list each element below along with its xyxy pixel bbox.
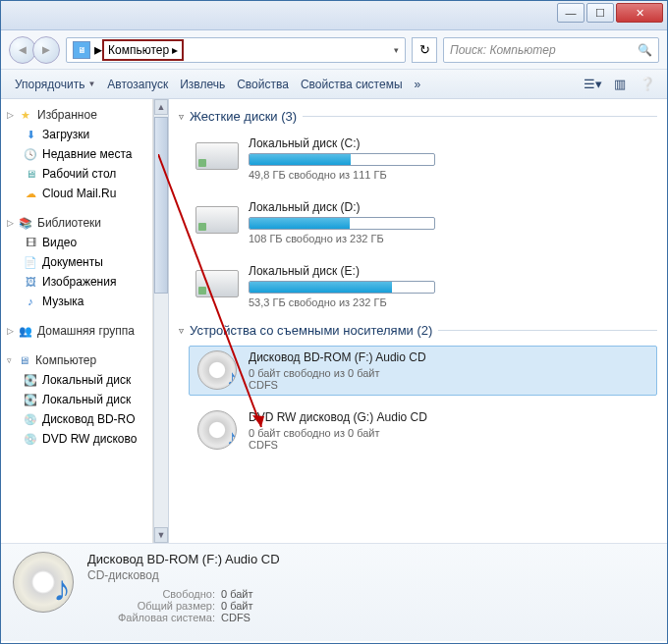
properties-button[interactable]: Свойства xyxy=(231,75,295,94)
drive-hdd-2[interactable]: Локальный диск (E:)53,3 ГБ свободно из 2… xyxy=(189,259,657,313)
tree-icon: 🖥 xyxy=(23,166,38,182)
drive-fs: CDFS xyxy=(249,439,652,451)
forward-button[interactable]: ► xyxy=(32,36,60,64)
nav-row: ◄ ► 🖥 ▸ Компьютер ▸ ▾ ↻ Поиск: Компьютер… xyxy=(1,30,667,70)
search-icon: 🔍 xyxy=(638,43,652,57)
sidebar-comp-item-1[interactable]: 💽Локальный диск xyxy=(3,390,150,409)
details-title: Дисковод BD-ROM (F:) Audio CD xyxy=(87,552,280,566)
drive-sub: 108 ГБ свободно из 232 ГБ xyxy=(249,233,652,244)
tree-icon: ⬇ xyxy=(23,127,38,142)
sidebar-comp-item-3[interactable]: 💿DVD RW дисково xyxy=(3,429,150,449)
category-removable[interactable]: ▿Устройства со съемными носителями (2) xyxy=(179,323,657,338)
music-note-icon: ♪ xyxy=(227,425,237,450)
tree-icon: 💿 xyxy=(23,431,38,447)
chevron-down-icon: ▼ xyxy=(87,80,95,88)
toolbar-overflow[interactable]: » xyxy=(409,75,427,94)
drive-sub: 53,3 ГБ свободно из 232 ГБ xyxy=(249,296,652,308)
sidebar-favorites-header[interactable]: ▷★Избранное xyxy=(3,105,150,125)
sidebar-lib-item-3[interactable]: ♪Музыка xyxy=(3,292,150,311)
toolbar: Упорядочить▼ Автозапуск Извлечь Свойства… xyxy=(1,70,667,99)
drive-usage-bar xyxy=(249,153,435,166)
drive-removable-1[interactable]: ♪DVD RW дисковод (G:) Audio CD0 байт сво… xyxy=(189,405,657,456)
drive-sub: 0 байт свободно из 0 байт xyxy=(249,367,652,379)
drive-hdd-0[interactable]: Локальный диск (C:)49,8 ГБ свободно из 1… xyxy=(189,132,657,186)
category-hdd[interactable]: ▿Жесткие диски (3) xyxy=(179,109,657,124)
drive-title: Локальный диск (D:) xyxy=(249,200,652,214)
sidebar: ▷★Избранное ⬇Загрузки🕓Недавние места🖥Раб… xyxy=(1,99,153,543)
drive-sub: 49,8 ГБ свободно из 111 ГБ xyxy=(249,169,652,181)
sidebar-libraries-header[interactable]: ▷📚Библиотеки xyxy=(3,213,150,233)
drive-fs: CDFS xyxy=(249,379,652,391)
sidebar-comp-item-2[interactable]: 💿Дисковод BD-RO xyxy=(3,409,150,429)
close-button[interactable]: ✕ xyxy=(616,3,663,23)
system-properties-button[interactable]: Свойства системы xyxy=(295,75,409,94)
drive-title: Дисковод BD-ROM (F:) Audio CD xyxy=(249,350,652,364)
sidebar-fav-item-2[interactable]: 🖥Рабочий стол xyxy=(3,164,150,184)
preview-pane-button[interactable]: ▥ xyxy=(608,73,632,96)
sidebar-homegroup[interactable]: ▷👥Домашняя группа xyxy=(3,321,150,341)
tree-icon: 🎞 xyxy=(23,235,38,250)
hdd-icon xyxy=(194,136,241,176)
scroll-up[interactable]: ▲ xyxy=(154,99,168,115)
sidebar-fav-item-1[interactable]: 🕓Недавние места xyxy=(3,144,150,164)
chevron-right-icon: ▸ xyxy=(172,43,178,57)
details-pane: ♪ Дисковод BD-ROM (F:) Audio CD CD-диско… xyxy=(1,543,667,641)
minimize-button[interactable]: — xyxy=(557,3,584,23)
tree-icon: 💽 xyxy=(23,372,38,388)
tree-icon: ♪ xyxy=(23,294,38,309)
drive-sub: 0 байт свободно из 0 байт xyxy=(249,427,652,439)
sidebar-lib-item-1[interactable]: 📄Документы xyxy=(3,252,150,272)
tree-icon: ☁ xyxy=(23,186,38,201)
organize-button[interactable]: Упорядочить▼ xyxy=(9,75,101,94)
extract-button[interactable]: Извлечь xyxy=(174,75,231,94)
music-note-icon: ♪ xyxy=(53,568,71,610)
maximize-button[interactable]: ☐ xyxy=(586,3,614,23)
view-button[interactable]: ☰▾ xyxy=(581,73,604,96)
address-dropdown[interactable]: ▾ xyxy=(390,45,403,55)
address-bar[interactable]: 🖥 ▸ Компьютер ▸ ▾ xyxy=(66,37,406,63)
homegroup-icon: 👥 xyxy=(18,323,33,339)
details-row-2: Файловая система:CDFS xyxy=(87,612,280,623)
drive-title: Локальный диск (C:) xyxy=(249,136,652,150)
address-segment-highlighted[interactable]: Компьютер ▸ xyxy=(102,39,184,61)
search-input[interactable]: Поиск: Компьютер 🔍 xyxy=(443,37,659,63)
sidebar-computer-header[interactable]: ▿🖥Компьютер xyxy=(3,350,150,370)
drive-hdd-1[interactable]: Локальный диск (D:)108 ГБ свободно из 23… xyxy=(189,195,657,249)
main-content: ▿Жесткие диски (3) Локальный диск (C:)49… xyxy=(169,99,667,543)
drive-title: DVD RW дисковод (G:) Audio CD xyxy=(249,410,652,424)
details-type: CD-дисковод xyxy=(87,568,280,582)
hdd-icon xyxy=(194,264,241,303)
address-location: Компьютер xyxy=(108,43,169,57)
details-row-0: Свободно:0 байт xyxy=(87,588,280,600)
tree-icon: 🕓 xyxy=(23,146,38,162)
details-icon: ♪ xyxy=(13,552,76,615)
autostart-button[interactable]: Автозапуск xyxy=(101,75,174,94)
titlebar: — ☐ ✕ xyxy=(1,1,667,30)
drive-title: Локальный диск (E:) xyxy=(249,264,652,278)
details-row-1: Общий размер:0 байт xyxy=(87,600,280,612)
refresh-button[interactable]: ↻ xyxy=(412,37,437,63)
sidebar-lib-item-2[interactable]: 🖼Изображения xyxy=(3,272,150,292)
scroll-thumb[interactable] xyxy=(154,117,168,294)
sidebar-lib-item-0[interactable]: 🎞Видео xyxy=(3,233,150,252)
tree-icon: 💽 xyxy=(23,392,38,407)
music-note-icon: ♪ xyxy=(227,365,237,390)
scrollbar[interactable]: ▲ ▼ xyxy=(153,99,169,543)
sidebar-fav-item-3[interactable]: ☁Cloud Mail.Ru xyxy=(3,184,150,203)
cd-icon: ♪ xyxy=(194,350,241,390)
help-button[interactable]: ❔ xyxy=(636,73,659,96)
computer-icon: 🖥 xyxy=(73,41,90,59)
drive-removable-0[interactable]: ♪Дисковод BD-ROM (F:) Audio CD0 байт сво… xyxy=(189,346,657,396)
drive-usage-bar xyxy=(249,281,435,294)
sidebar-fav-item-0[interactable]: ⬇Загрузки xyxy=(3,125,150,144)
tree-icon: 🖼 xyxy=(23,274,38,290)
tree-icon: 💿 xyxy=(23,411,38,427)
drive-usage-bar xyxy=(249,217,435,230)
scroll-down[interactable]: ▼ xyxy=(154,527,168,543)
sidebar-comp-item-0[interactable]: 💽Локальный диск xyxy=(3,370,150,390)
search-placeholder: Поиск: Компьютер xyxy=(450,43,556,57)
tree-icon: 📄 xyxy=(23,254,38,270)
cd-icon: ♪ xyxy=(194,410,241,450)
hdd-icon xyxy=(194,200,241,240)
